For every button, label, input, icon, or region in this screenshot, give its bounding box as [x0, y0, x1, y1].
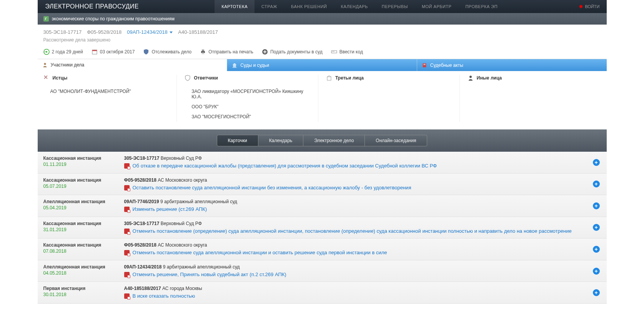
event-date: 31.01.2019 — [43, 227, 120, 232]
case-status: Рассмотрение дела завершено — [43, 37, 601, 43]
plaintiffs-list: АО "МОНОЛИТ-ФУНДАМЕНТСТРОЙ" — [43, 86, 169, 96]
event-case-no: Ф05-9528/2018 — [124, 242, 156, 248]
expand-button[interactable]: + — [593, 159, 600, 166]
case-number[interactable]: 09АП-12434/2018 — [127, 29, 173, 35]
case-event-row: Кассационная инстанция05.07.2019Ф05-9528… — [38, 174, 607, 195]
party-item[interactable]: ЗАО "МОСРЕГИОНСТРОЙ" — [185, 112, 310, 122]
instance-label: Кассационная инстанция — [43, 156, 120, 161]
party-item[interactable]: ООО "БРУК" — [185, 102, 310, 112]
case-header: 305-ЭС18-17717Ф05-9528/201809АП-12434/20… — [38, 25, 607, 45]
document-link[interactable]: Отменить постановление (определение) суд… — [133, 228, 572, 235]
tab-courts[interactable]: Суды и судьи — [227, 59, 417, 71]
event-court: АС города Москвы — [162, 286, 202, 291]
event-case-no: 09АП-7746/2019 — [124, 199, 159, 204]
subtab[interactable]: Календарь — [258, 135, 304, 146]
case-category-bar: Г экономические споры по гражданским пра… — [38, 13, 607, 25]
plaintiffs-column: Истцы АО "МОНОЛИТ-ФУНДАМЕНТСТРОЙ" — [43, 75, 177, 122]
subtabs-bar: КарточкиКалендарьЭлектронное делоОнлайн-… — [38, 129, 607, 152]
case-event-row: Кассационная инстанция31.01.2019305-ЭС18… — [38, 217, 607, 239]
nav-item[interactable]: КАРТОТЕКА — [215, 0, 255, 13]
login-button[interactable]: ВОЙТИ — [572, 4, 606, 9]
subtab[interactable]: Электронное дело — [303, 135, 365, 146]
event-court: АС Московского округа — [158, 242, 207, 248]
nav-item[interactable]: СТРАЖ — [255, 0, 284, 13]
pdf-icon[interactable] — [124, 185, 130, 190]
instance-label: Кассационная инстанция — [43, 177, 120, 183]
plus-circle-icon — [262, 49, 268, 55]
enter-code-button[interactable]: *** Ввести код — [331, 49, 363, 55]
subtab[interactable]: Онлайн-заседания — [365, 135, 427, 146]
nav-item[interactable]: ПЕРЕРЫВЫ — [375, 0, 415, 13]
duration-info: 2 года 29 дней — [43, 49, 83, 55]
svg-rect-13 — [423, 65, 425, 65]
printer-icon — [200, 49, 206, 55]
print-button[interactable]: Отправить на печать — [200, 49, 253, 55]
nav-item[interactable]: ПРОВЕРКА ЭП — [458, 0, 504, 13]
defendants-list: ЗАО ликвидатору «МОСРЕГИОНСТРОЙ» Кияшкин… — [185, 86, 310, 122]
defendants-column: Ответчики ЗАО ликвидатору «МОСРЕГИОНСТРО… — [176, 75, 318, 122]
case-event-row: Кассационная инстанция07.08.2018Ф05-9528… — [38, 239, 607, 260]
nav-item[interactable]: БАНК РЕШЕНИЙ — [284, 0, 334, 13]
case-rows: Кассационная инстанция01.11.2019305-ЭС18… — [38, 152, 607, 304]
nav-item[interactable]: КАЛЕНДАРЬ — [334, 0, 374, 13]
app-logo[interactable]: ЭЛЕКТРОННОЕ ПРАВОСУДИЕ — [38, 3, 147, 10]
third-parties-column: Третьи лица — [318, 75, 459, 122]
event-case-no: 305-ЭС18-17717 — [124, 221, 160, 226]
subtab[interactable]: Карточки — [217, 135, 258, 146]
tab-participants[interactable]: Участники дела — [38, 59, 227, 71]
party-item[interactable]: АО "МОНОЛИТ-ФУНДАМЕНТСТРОЙ" — [43, 86, 169, 96]
event-court: 9 арбитражный апелляционный суд — [163, 264, 240, 270]
instance-label: Кассационная инстанция — [43, 242, 120, 248]
svg-rect-11 — [423, 63, 426, 67]
pdf-icon[interactable] — [124, 293, 130, 299]
case-number[interactable]: А40-185188/2017 — [178, 29, 218, 35]
instance-label: Апелляционная инстанция — [43, 199, 120, 204]
case-event-row: Первая инстанция30.01.2018А40-185188/201… — [38, 282, 607, 304]
document-link[interactable]: В иске отказать полностью — [133, 293, 195, 300]
case-toolbar: 2 года 29 дней 03 октября 2017 Отслежива… — [38, 45, 607, 59]
nav-item[interactable]: МОЙ АРБИТР — [415, 0, 459, 13]
category-text: экономические споры по гражданским право… — [52, 16, 175, 22]
svg-rect-5 — [202, 50, 204, 51]
document-link[interactable]: Об отказе в передаче кассационной жалобы… — [133, 162, 437, 169]
expand-button[interactable]: + — [593, 202, 600, 209]
expand-button[interactable]: + — [593, 224, 600, 231]
document-link[interactable]: Отменить постановление суда апелляционно… — [133, 249, 387, 256]
party-item[interactable]: ЗАО ликвидатору «МОСРЕГИОНСТРОЙ» Кияшкин… — [185, 86, 310, 102]
expand-button[interactable]: + — [593, 268, 600, 275]
shield-icon — [143, 49, 149, 55]
document-link[interactable]: Изменить решение (ст.269 АПК) — [133, 206, 207, 213]
expand-button[interactable]: + — [593, 246, 600, 253]
svg-point-15 — [469, 76, 472, 78]
pdf-icon[interactable] — [124, 163, 130, 169]
pdf-icon[interactable] — [124, 250, 130, 255]
pdf-icon[interactable] — [124, 272, 130, 277]
case-number[interactable]: Ф05-9528/2018 — [87, 29, 121, 35]
expand-button[interactable]: + — [593, 289, 600, 296]
file-documents-button[interactable]: Подать документы в суд — [262, 49, 323, 55]
track-case-button[interactable]: Отслеживать дело — [143, 49, 191, 55]
main-tabs: Участники дела Суды и судьи Судебные акт… — [38, 59, 607, 71]
instance-label: Первая инстанция — [43, 286, 120, 291]
expand-button[interactable]: + — [593, 181, 600, 187]
case-number[interactable]: 305-ЭС18-17717 — [43, 29, 82, 35]
svg-rect-14 — [327, 77, 331, 80]
document-link[interactable]: Оставить постановление суда апелляционно… — [133, 184, 411, 191]
event-date: 05.04.2019 — [43, 205, 120, 210]
event-court: АС Московского округа — [158, 177, 207, 183]
document-icon — [422, 63, 427, 68]
svg-text:***: *** — [332, 51, 334, 53]
other-parties-column: Иные лица — [459, 75, 601, 122]
calendar-icon — [92, 49, 98, 55]
event-case-no: 09АП-12434/2018 — [124, 264, 162, 270]
shield-outline-icon — [185, 75, 191, 81]
filed-date-info: 03 октября 2017 — [92, 49, 135, 55]
instance-label: Апелляционная инстанция — [43, 264, 120, 270]
tab-acts[interactable]: Судебные акты — [417, 59, 607, 71]
svg-point-1 — [46, 51, 47, 53]
svg-point-10 — [44, 63, 46, 65]
svg-rect-6 — [202, 53, 204, 54]
document-link[interactable]: Отменить решение, Принять новый судебный… — [133, 271, 286, 278]
pdf-icon[interactable] — [124, 207, 130, 212]
pdf-icon[interactable] — [124, 229, 130, 234]
